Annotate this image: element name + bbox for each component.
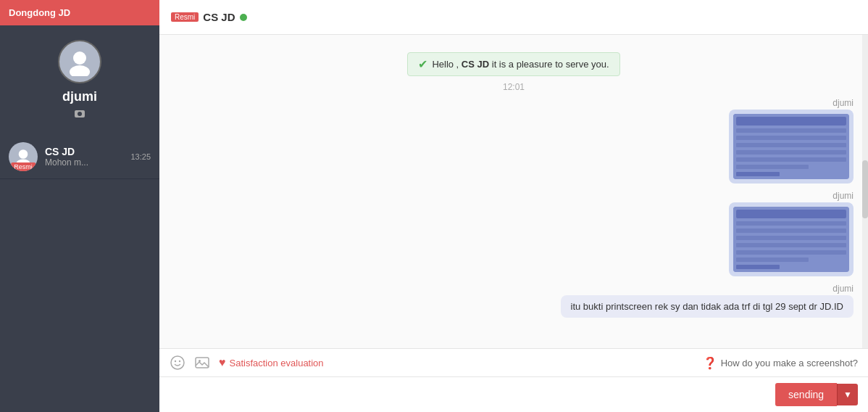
msg-sender-img1: djumi (832, 98, 854, 108)
image-upload-button[interactable] (194, 355, 210, 371)
msg-sender-img2: djumi (832, 191, 854, 201)
app-title: Dongdong JD (9, 7, 70, 18)
contact-avatar-csjd: Resmi (9, 142, 38, 171)
chevron-down-icon: ▼ (843, 390, 852, 400)
msg-sender-text: djumi (832, 284, 854, 294)
msg-row-img2: djumi (174, 191, 854, 276)
contact-item-csjd[interactable]: Resmi CS JD Mohon m... 13:25 (0, 135, 159, 179)
contact-info-csjd: CS JD Mohon m... (45, 146, 130, 168)
msg-img-bubble-1[interactable] (729, 110, 854, 184)
svg-point-0 (73, 52, 86, 65)
chat-header: Resmi CS JD (159, 0, 868, 35)
screenshot-preview-1 (733, 114, 849, 179)
sidebar-contacts: Resmi CS JD Mohon m... 13:25 (0, 135, 159, 412)
avatar (58, 40, 101, 83)
send-button[interactable]: sending (775, 383, 837, 406)
contact-badge: Resmi (11, 162, 36, 171)
svg-rect-7 (736, 117, 846, 125)
scrollbar-track[interactable] (862, 35, 868, 348)
chat-area: Resmi CS JD ✔ Hello , CS JD it is a plea… (159, 0, 868, 412)
msg-row-img1: djumi (174, 98, 854, 184)
profile-name: djumi (62, 89, 97, 104)
timestamp-1201: 12:01 (174, 82, 854, 92)
svg-point-26 (179, 360, 180, 362)
sidebar: Dongdong JD djumi Resmi (0, 0, 159, 412)
screenshot-svg-1 (733, 114, 849, 179)
svg-point-3 (78, 112, 82, 116)
msg-img-bubble-2[interactable] (729, 202, 854, 276)
emoji-button[interactable] (170, 355, 185, 371)
svg-rect-23 (736, 265, 780, 269)
screenshot-svg-2 (733, 207, 849, 272)
send-dropdown-button[interactable]: ▼ (837, 384, 858, 405)
msg-row-text: djumi itu bukti printscreen rek sy dan t… (174, 284, 854, 318)
svg-point-1 (70, 65, 90, 76)
sidebar-header: Dongdong JD (0, 0, 159, 25)
screenshot-preview-2 (733, 207, 849, 272)
system-message-text: Hello , CS JD it is a pleasure to serve … (432, 59, 609, 70)
chat-header-badge: Resmi (171, 12, 199, 22)
svg-point-4 (19, 149, 28, 159)
screenshot-help-link[interactable]: ❓ How do you make a screenshot? (703, 356, 858, 370)
check-icon: ✔ (418, 57, 427, 71)
svg-rect-18 (736, 228, 846, 233)
system-message: ✔ Hello , CS JD it is a pleasure to serv… (407, 52, 619, 76)
contact-time: 13:25 (130, 152, 151, 161)
help-label: How do you make a screenshot? (721, 358, 858, 368)
svg-rect-19 (736, 236, 846, 240)
msg-bubble-text: itu bukti printscreen rek sy dan tidak a… (561, 295, 854, 318)
scrollbar-thumb[interactable] (862, 160, 868, 218)
chat-agent-name: CS JD (203, 11, 235, 23)
satisfaction-evaluation-link[interactable]: ♥ Satisfaction evaluation (219, 356, 324, 369)
contact-name: CS JD (45, 146, 130, 157)
image-icon (194, 355, 210, 371)
heart-icon: ♥ (219, 356, 226, 369)
system-message-row: ✔ Hello , CS JD it is a pleasure to serv… (174, 52, 854, 76)
messages-container: ✔ Hello , CS JD it is a pleasure to serv… (159, 35, 868, 348)
svg-rect-9 (736, 136, 846, 140)
online-status-dot (240, 14, 247, 21)
svg-rect-11 (736, 150, 846, 154)
profile-badge-icon (73, 107, 86, 123)
user-profile: djumi (0, 25, 159, 135)
svg-rect-13 (736, 165, 809, 169)
svg-rect-22 (736, 258, 809, 262)
send-button-group: sending ▼ (775, 383, 858, 406)
svg-rect-17 (736, 221, 846, 226)
svg-rect-16 (736, 210, 846, 218)
svg-point-25 (175, 360, 176, 362)
svg-rect-14 (736, 172, 780, 176)
chat-toolbar: ♥ Satisfaction evaluation ❓ How do you m… (159, 348, 868, 377)
svg-point-24 (171, 356, 184, 369)
svg-rect-10 (736, 143, 846, 147)
chat-input[interactable] (170, 384, 768, 405)
emoji-icon (170, 355, 185, 371)
svg-rect-21 (736, 250, 846, 255)
help-circle-icon: ❓ (703, 356, 717, 370)
svg-rect-20 (736, 243, 846, 247)
svg-rect-12 (736, 157, 846, 162)
satisfaction-label: Satisfaction evaluation (230, 358, 324, 368)
svg-rect-8 (736, 128, 846, 133)
contact-preview: Mohon m... (45, 157, 130, 168)
chat-input-area: sending ▼ (159, 377, 868, 412)
svg-rect-27 (196, 358, 209, 368)
user-avatar-icon (65, 47, 94, 76)
